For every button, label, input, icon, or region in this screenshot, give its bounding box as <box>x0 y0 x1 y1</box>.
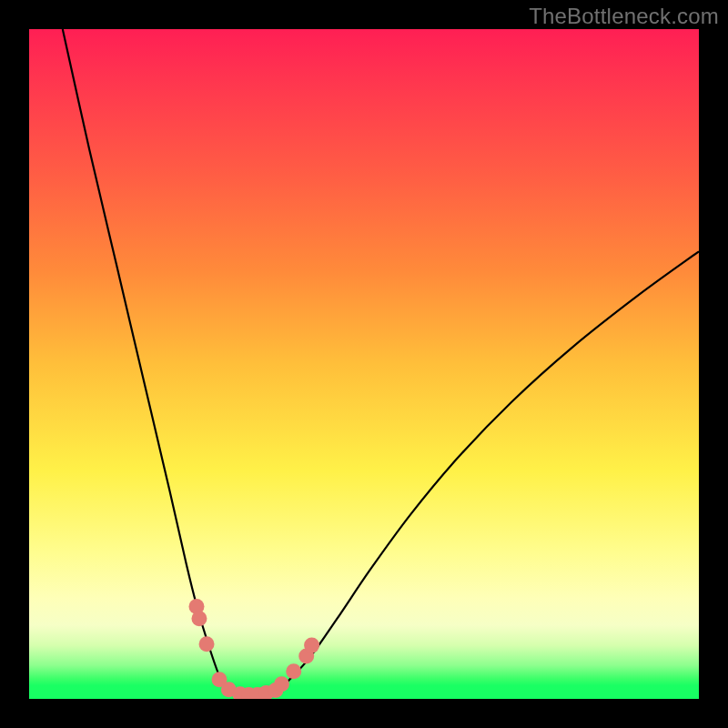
chart-plot-area <box>29 29 699 699</box>
chart-marker <box>304 638 319 653</box>
chart-marker <box>191 611 207 626</box>
chart-marker <box>286 663 301 679</box>
chart-marker <box>199 636 215 652</box>
chart-marker <box>274 676 289 692</box>
chart-frame: TheBottleneck.com <box>0 0 728 728</box>
chart-svg <box>29 29 699 699</box>
chart-curve <box>63 29 699 695</box>
watermark-text: TheBottleneck.com <box>529 4 719 29</box>
chart-markers <box>189 599 320 699</box>
